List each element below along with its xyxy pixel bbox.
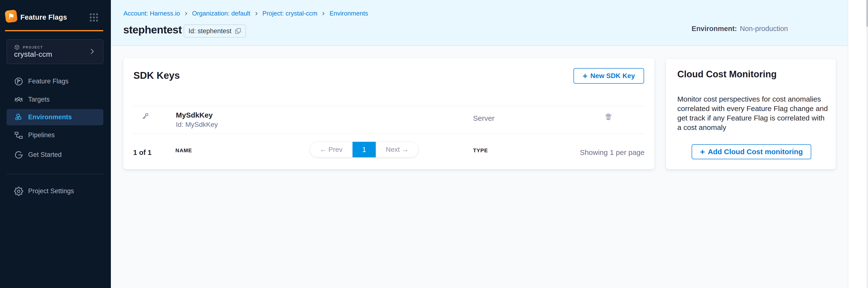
- pagination-page-1-button[interactable]: 1: [352, 142, 376, 157]
- sidebar-item-targets[interactable]: Targets: [6, 91, 103, 108]
- environment-type-value: Non-production: [740, 25, 788, 33]
- sdk-key-icon: [141, 112, 149, 120]
- targets-icon: [14, 95, 23, 104]
- get-started-icon: [14, 150, 23, 160]
- copy-icon[interactable]: [234, 27, 242, 35]
- chevron-right-icon: [254, 11, 258, 16]
- sidebar-item-environments[interactable]: Environments: [6, 109, 103, 125]
- environment-type: Environment: Non-production: [692, 25, 788, 33]
- chevron-right-icon: [321, 11, 326, 16]
- breadcrumb-project[interactable]: Project: crystal-ccm: [262, 10, 317, 17]
- sidebar-item-label: Targets: [28, 96, 50, 103]
- chevron-right-icon: [184, 11, 188, 16]
- pagination-per-page-text: Showing 1 per page: [580, 145, 645, 160]
- sidebar-item-get-started[interactable]: Get Started: [6, 147, 103, 163]
- module-switcher-grid-icon[interactable]: [90, 13, 99, 22]
- sidebar-item-label: Project Settings: [28, 187, 74, 195]
- add-cloud-cost-monitoring-button[interactable]: + Add Cloud Cost monitoring: [692, 144, 811, 159]
- plus-icon: +: [700, 148, 705, 156]
- project-selector[interactable]: PROJECT crystal-ccm: [6, 39, 103, 64]
- sidebar-divider: [6, 174, 103, 174]
- cube-icon: [14, 44, 20, 50]
- sidebar-item-label: Feature Flags: [28, 77, 69, 85]
- gear-icon: [14, 187, 23, 196]
- chevron-right-icon: [89, 48, 96, 55]
- column-header-type: TYPE: [473, 148, 488, 154]
- harness-feature-flags-logo[interactable]: ⚑: [5, 9, 18, 23]
- main-content: SDK Keys + New SDK Key NAME TYPE MySdkKe…: [111, 46, 848, 288]
- cloud-cost-monitoring-card: Cloud Cost Monitoring Monitor cost persp…: [666, 59, 836, 169]
- sdk-keys-card: SDK Keys + New SDK Key NAME TYPE MySdkKe…: [123, 58, 654, 169]
- scrollbar-track[interactable]: [866, 0, 868, 288]
- breadcrumb-account[interactable]: Account: Harness.io: [123, 10, 180, 17]
- pagination-next-button[interactable]: Next →: [376, 142, 418, 157]
- plus-icon: +: [583, 72, 588, 80]
- sidebar-item-label: Get Started: [28, 151, 62, 159]
- breadcrumb-organization[interactable]: Organization: default: [192, 10, 250, 17]
- sidebar: ⚑ Feature Flags PROJECT crystal-ccm: [0, 0, 111, 288]
- project-name: crystal-ccm: [14, 50, 52, 58]
- sidebar-item-label: Pipelines: [28, 131, 55, 139]
- feature-flags-icon: [14, 77, 23, 86]
- module-title: Feature Flags: [20, 13, 67, 21]
- pagination-summary: 1 of 1: [133, 145, 152, 160]
- module-accent-bar: [5, 30, 103, 31]
- cloud-cost-title: Cloud Cost Monitoring: [677, 69, 777, 79]
- column-header-name: NAME: [176, 148, 192, 154]
- sidebar-item-feature-flags[interactable]: Feature Flags: [6, 73, 103, 90]
- pipelines-icon: [14, 131, 23, 140]
- breadcrumb: Account: Harness.io Organization: defaul…: [123, 10, 368, 17]
- new-sdk-key-button[interactable]: + New SDK Key: [574, 68, 644, 84]
- scrollbar-thumb[interactable]: [866, 0, 868, 27]
- sdk-key-type: Server: [473, 114, 494, 122]
- pagination: ← Prev 1 Next →: [310, 141, 419, 158]
- environment-type-label: Environment:: [692, 25, 737, 33]
- sidebar-item-pipelines[interactable]: Pipelines: [6, 127, 103, 143]
- flag-logo-icon: ⚑: [8, 12, 14, 21]
- screen: ⚑ Feature Flags PROJECT crystal-ccm: [0, 0, 868, 288]
- delete-sdk-key-button[interactable]: [603, 111, 614, 122]
- page-title: stephentest: [123, 24, 182, 36]
- sdk-key-name: MySdkKey: [176, 111, 213, 119]
- pagination-prev-button[interactable]: ← Prev: [310, 142, 352, 157]
- project-label: PROJECT: [23, 45, 43, 49]
- sdk-keys-title: SDK Keys: [133, 70, 180, 81]
- sidebar-item-label: Environments: [28, 114, 72, 121]
- breadcrumb-environments[interactable]: Environments: [330, 10, 368, 17]
- sidebar-item-project-settings[interactable]: Project Settings: [6, 183, 103, 199]
- environment-id-text: Id: stephentest: [188, 27, 231, 35]
- right-gutter: [848, 0, 868, 288]
- environments-icon: [14, 113, 23, 122]
- sdk-key-id: Id: MySdkKey: [176, 121, 218, 128]
- environment-id-badge[interactable]: Id: stephentest: [184, 25, 246, 38]
- page-header: Account: Harness.io Organization: defaul…: [111, 0, 848, 46]
- cloud-cost-description: Monitor cost perspectives for cost anoma…: [677, 94, 830, 132]
